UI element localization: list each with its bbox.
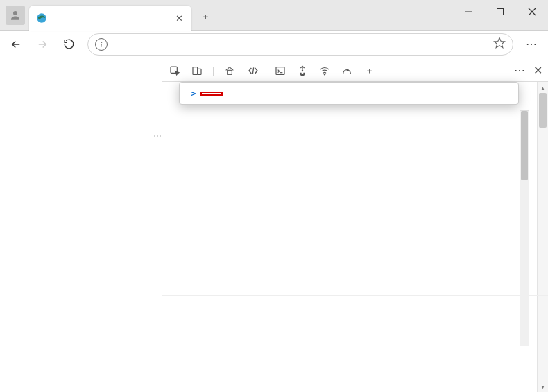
command-input-row: >	[180, 83, 518, 104]
welcome-icon[interactable]	[223, 64, 237, 78]
forward-button[interactable]	[31, 33, 54, 56]
site-info-icon[interactable]: i	[95, 38, 108, 51]
command-scrollbar[interactable]	[520, 110, 529, 346]
profile-avatar[interactable]	[6, 6, 25, 25]
svg-rect-8	[193, 67, 198, 74]
maximize-button[interactable]	[484, 0, 516, 24]
scrollbar-thumb[interactable]	[539, 93, 547, 128]
scrollbar-thumb[interactable]	[521, 111, 528, 180]
network-icon[interactable]	[318, 64, 332, 78]
minimize-button[interactable]	[452, 0, 484, 24]
svg-point-13	[302, 70, 303, 71]
devtools-panel: ⋯ | ＋ ⋯ ✕	[162, 60, 548, 392]
svg-point-0	[13, 11, 17, 15]
command-input-highlight	[200, 92, 223, 96]
svg-rect-9	[198, 69, 201, 74]
device-toolbar-icon[interactable]	[190, 64, 204, 78]
command-menu: >	[179, 82, 519, 105]
performance-icon[interactable]	[340, 64, 354, 78]
address-bar-row: i ⋯	[0, 31, 548, 58]
address-bar[interactable]: i	[87, 33, 513, 56]
svg-rect-3	[497, 9, 504, 15]
devtools-toolbar: | ＋ ⋯ ✕	[162, 60, 548, 82]
inspect-icon[interactable]	[168, 64, 182, 78]
window-titlebar: ✕ ＋	[0, 0, 548, 31]
svg-point-14	[325, 74, 325, 74]
tab-close-icon[interactable]: ✕	[173, 12, 185, 24]
more-tabs-icon[interactable]: ＋	[362, 64, 376, 78]
window-controls	[452, 0, 548, 24]
close-window-button[interactable]	[516, 0, 548, 24]
refresh-button[interactable]	[57, 33, 80, 56]
console-icon[interactable]	[273, 64, 287, 78]
styles-section	[162, 295, 548, 392]
sources-icon[interactable]	[296, 64, 309, 78]
page-content	[0, 60, 162, 392]
new-tab-button[interactable]: ＋	[196, 7, 215, 26]
svg-marker-6	[495, 38, 505, 48]
devtools-body: > ▴ ▾	[162, 82, 548, 392]
tab-elements[interactable]	[245, 65, 265, 76]
edge-favicon-icon	[36, 12, 47, 24]
devtools-close-icon[interactable]: ✕	[533, 64, 542, 77]
browser-menu-button[interactable]: ⋯	[520, 33, 544, 56]
command-prompt-icon: >	[191, 88, 196, 99]
svg-rect-11	[276, 67, 284, 74]
panel-resize-handle[interactable]: ⋯	[153, 129, 162, 143]
svg-rect-10	[228, 70, 232, 74]
devtools-menu-icon[interactable]: ⋯	[514, 59, 526, 83]
favorite-icon[interactable]	[493, 37, 506, 51]
browser-tab[interactable]: ✕	[29, 6, 191, 31]
scroll-up-icon[interactable]: ▴	[538, 82, 548, 93]
back-button[interactable]	[4, 33, 28, 56]
